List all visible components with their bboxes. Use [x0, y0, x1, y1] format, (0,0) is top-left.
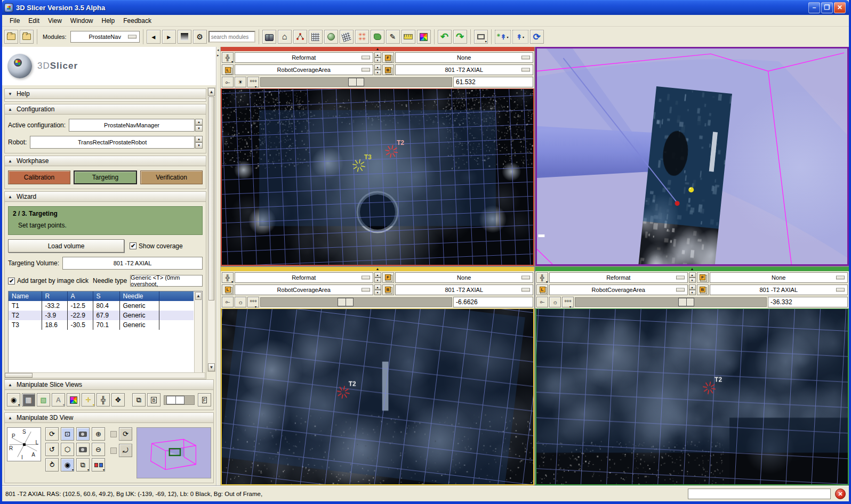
bg-layer-button[interactable]: B	[147, 393, 160, 407]
reformat-icon-button[interactable]: ╬▾	[536, 272, 548, 283]
home-module-button[interactable]: ⌂	[278, 30, 292, 44]
slice-annotations-button[interactable]: A▾	[52, 393, 65, 407]
robot-dropdown[interactable]: TransRectalProstateRobot	[30, 136, 195, 149]
modules-dropdown[interactable]: ProstateNav	[70, 31, 140, 43]
find-module-button[interactable]	[262, 30, 276, 44]
stereo-glasses-button[interactable]: ▾	[92, 458, 105, 472]
visibility-3d-button[interactable]: ◉▾	[61, 458, 74, 472]
data-module-button[interactable]	[293, 30, 307, 44]
viewport-3d[interactable]	[535, 47, 849, 266]
yellow-slice-slider[interactable]	[260, 297, 452, 307]
zoom-out-button[interactable]: ⊖	[92, 443, 105, 456]
red-orientation-dropdown[interactable]: Reformat	[235, 52, 373, 63]
red-label-dropdown[interactable]: RobotCoverageArea	[235, 64, 373, 75]
table-scrollbar[interactable]: ▲	[194, 291, 202, 374]
module-settings-button[interactable]: ⚙	[193, 30, 207, 44]
active-configuration-spinner[interactable]: ▲▼	[195, 119, 203, 132]
slice-fit-button[interactable]: ▦	[22, 393, 35, 407]
status-message-field[interactable]	[688, 489, 831, 499]
more-options-button[interactable]: °°°▾	[247, 77, 259, 87]
undo-button[interactable]: ↶	[438, 30, 452, 44]
select-camera-button[interactable]	[76, 427, 90, 441]
panel-splitter[interactable]: ◂ ▸	[216, 47, 221, 485]
table-row[interactable]: T2-3.9 -22.967.9 Generic	[9, 311, 194, 320]
splitter-left-icon[interactable]: ◂	[217, 48, 219, 52]
fiducial-select-button[interactable]: ↟▾	[512, 30, 528, 44]
editor-module-button[interactable]	[371, 30, 384, 44]
rock-checkbox[interactable]	[110, 448, 117, 454]
configuration-section-header[interactable]: ▲ Configuration	[4, 104, 206, 115]
module-history-button[interactable]	[178, 30, 191, 44]
red-slice-offset-value[interactable]: 61.532	[453, 77, 533, 87]
yellow-slider-thumb[interactable]	[338, 298, 354, 306]
module-forward-button[interactable]: ▸	[162, 30, 176, 44]
table-row[interactable]: T318.6 -30.570.1 Generic	[9, 320, 194, 330]
stereo-copies-button[interactable]: ⧉▾	[76, 458, 90, 472]
label-layer-button[interactable]: L	[222, 64, 234, 75]
background-layer-button[interactable]: B	[382, 284, 394, 295]
menu-view[interactable]: View	[44, 16, 66, 26]
fiducial-add-button[interactable]: ✳↟▾	[495, 30, 511, 44]
green-background-dropdown[interactable]: 801 -T2 AXIAL	[710, 284, 848, 295]
slices-module-button[interactable]	[340, 30, 354, 44]
error-log-button[interactable]: ✕	[835, 489, 846, 499]
navigation-preview-3d[interactable]	[137, 427, 211, 478]
slice-visible-button[interactable]: ☼	[549, 297, 561, 307]
more-options-button[interactable]: °°°▾	[562, 297, 574, 307]
menu-file[interactable]: File	[5, 16, 24, 26]
red-fg-spinner[interactable]: ▲▼	[374, 52, 381, 63]
reformat-icon-button[interactable]: ╬▾	[222, 52, 234, 63]
load-volume-button[interactable]: Load volume	[8, 239, 124, 253]
green-foreground-dropdown[interactable]: None	[710, 272, 848, 283]
calibration-phase-button[interactable]: Calibration	[8, 170, 70, 184]
splitter-right-icon[interactable]: ▸	[217, 53, 219, 58]
slice-compositing-button[interactable]	[67, 393, 80, 407]
fade-slider[interactable]	[164, 395, 195, 405]
axial-slice-view[interactable]	[221, 88, 534, 266]
measurements-module-button[interactable]	[402, 30, 415, 44]
yellow-label-dropdown[interactable]: RobotCoverageArea	[235, 284, 373, 295]
slice-label-opacity-button[interactable]: ▧	[37, 393, 50, 407]
background-layer-button[interactable]: B	[382, 64, 394, 75]
yellow-controller-strip[interactable]: ▲	[221, 267, 534, 271]
foreground-layer-button[interactable]: F	[382, 272, 394, 283]
background-layer-button[interactable]: B	[697, 284, 709, 295]
spin-checkbox[interactable]	[110, 431, 117, 437]
save-scene-button[interactable]: ↓	[20, 30, 34, 44]
yellow-fg-spinner[interactable]: ▲▼	[374, 272, 381, 283]
close-button[interactable]: ✕	[834, 2, 846, 13]
fg-layer-button[interactable]: ⧉	[132, 393, 146, 407]
scroll-thumb[interactable]	[208, 96, 214, 300]
slice-visibility-button[interactable]: ◉▾	[7, 393, 20, 407]
layout-button[interactable]: ▾	[474, 30, 488, 44]
green-controller-strip[interactable]: ▲	[535, 267, 849, 271]
reformat-icon-button[interactable]: ╬▾	[222, 272, 234, 283]
targeting-volume-dropdown[interactable]: 801 -T2 AXIAL	[62, 257, 203, 270]
fiducials-module-button[interactable]: ✳✳✳✳	[355, 30, 369, 44]
coronal-mri-image[interactable]	[536, 309, 848, 485]
pivot-button[interactable]: ⥁	[45, 458, 59, 472]
minimize-button[interactable]: –	[808, 2, 820, 13]
yellow-bg-spinner[interactable]: ▲▼	[374, 284, 381, 295]
foreground-layer-button[interactable]: F	[697, 272, 709, 283]
volumes-module-button[interactable]	[309, 30, 323, 44]
scroll-up-icon[interactable]: ▲	[208, 88, 215, 96]
sagittal-mri-image[interactable]	[222, 309, 533, 485]
green-orientation-dropdown[interactable]: Reformat	[549, 272, 688, 283]
green-label-dropdown[interactable]: RobotCoverageArea	[549, 284, 688, 295]
axis-orientation-widget[interactable]: S P L R I A	[7, 427, 41, 461]
zoom-in-button[interactable]: ⊕	[92, 427, 105, 441]
slice-visible-button[interactable]: ☼	[235, 297, 246, 307]
targeting-phase-button[interactable]: Targeting	[74, 170, 137, 184]
green-fg-spinner[interactable]: ▲▼	[689, 272, 696, 283]
rotate-ccw-button[interactable]: ↺	[45, 443, 59, 456]
screen-capture-button[interactable]: ⟳	[530, 30, 544, 44]
module-back-button[interactable]: ◂	[147, 30, 160, 44]
view3d-section-header[interactable]: ▲ Manipulate 3D View	[4, 412, 214, 423]
spin-view-button[interactable]: ⟳	[119, 427, 132, 441]
colors-module-button[interactable]	[417, 30, 431, 44]
red-controller-strip[interactable]: ▲	[221, 47, 534, 51]
yellow-orientation-dropdown[interactable]: Reformat	[235, 272, 373, 283]
coronal-slice-view[interactable]	[535, 308, 849, 486]
yellow-background-dropdown[interactable]: 801 -T2 AXIAL	[395, 284, 534, 295]
